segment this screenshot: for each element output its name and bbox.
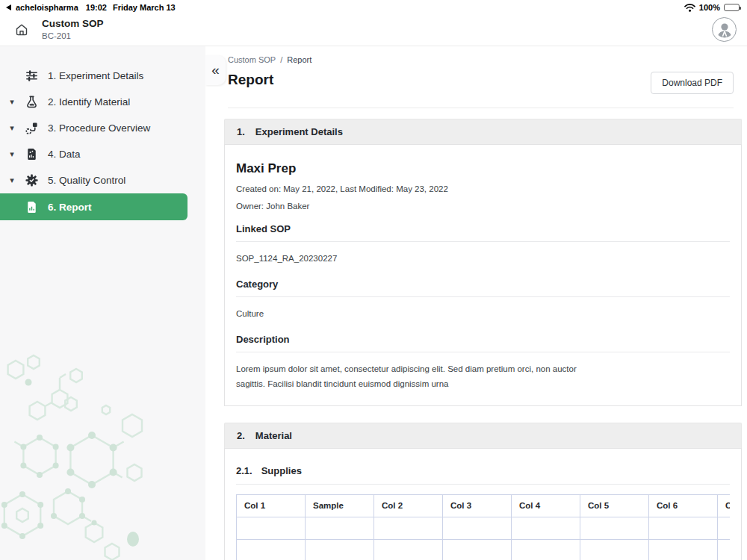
main-content: « Custom SOP / Report Report Download PD… [205,46,747,560]
home-button[interactable] [12,20,31,40]
chevron-down-icon[interactable]: ▾ [10,98,14,106]
chevron-down-icon[interactable]: ▾ [10,124,14,132]
app-header: Custom SOP BC-201 [0,13,747,46]
column-header: Col 2 [374,494,443,517]
app-subtitle: BC-201 [42,31,104,41]
subsection-number: 2.1. [236,465,252,476]
gear-check-icon [24,173,39,188]
sidebar-item-procedure-overview[interactable]: ▾ 3. Procedure Overview [0,115,205,141]
sidebar-item-experiment-details[interactable]: 1. Experiment Details [0,63,205,89]
sidebar-item-label: 1. Experiment Details [48,70,143,81]
flask-icon [24,95,39,110]
sidebar-item-identify-material[interactable]: ▾ 2. Identify Material [0,89,205,115]
page-title: Report [228,72,273,88]
owner-line: Owner: John Baker [236,202,730,211]
column-header: Col 7 [718,494,731,517]
section2-title: Material [255,430,292,441]
sliders-icon [24,69,39,84]
field-value-linked-sop: SOP_1124_RA_20230227 [236,251,730,266]
column-header: Col 6 [649,494,718,517]
section2-number: 2. [237,430,245,441]
column-header: Col 4 [512,494,580,517]
subsection-supplies: 2.1. Supplies [236,465,730,485]
table-header-row: Col 1 Sample Col 2 Col 3 Col 4 Col 5 Col… [237,494,731,517]
section-experiment-details: 1. Experiment Details Maxi Prep Created … [224,119,742,406]
back-to-app-icon[interactable] [6,4,11,10]
sidebar-item-report[interactable]: 6. Report [0,193,187,220]
battery-percent-label: 100% [699,3,720,12]
table-row[interactable] [237,539,731,560]
sidebar-item-label: 4. Data [48,149,81,160]
status-time: 19:02 [86,3,107,12]
data-document-icon [24,147,39,162]
sidebar-item-quality-control[interactable]: ▾ 5. Quality [0,167,205,193]
field-label-linked-sop: Linked SOP [236,223,730,242]
created-modified-line: Created on: May 21, 2022, Last Modified:… [236,184,730,193]
column-header: Col 5 [580,494,649,517]
status-date: Friday March 13 [113,3,176,12]
table-row[interactable] [237,517,731,539]
sidebar: 1. Experiment Details ▾ 2. Identify Mate… [0,46,205,560]
supplies-table: Col 1 Sample Col 2 Col 3 Col 4 Col 5 Col… [236,494,730,560]
chevron-down-icon[interactable]: ▾ [10,176,14,184]
sidebar-item-label: 6. Report [48,202,92,213]
report-document-icon [24,199,39,214]
breadcrumb-current: Report [287,55,311,64]
sidebar-collapse-button[interactable]: « [205,55,226,85]
field-value-description: Lorem ipsum dolor sit amet, consectetur … [236,361,730,391]
breadcrumb-separator: / [280,55,282,64]
status-bar: acheloispharma 19:02 Friday March 13 100… [0,0,747,13]
column-header: Col 1 [237,494,306,517]
field-label-category: Category [236,279,730,297]
field-label-description: Description [236,334,730,352]
section2-header: 2. Material [224,423,742,448]
subsection-title: Supplies [261,465,302,476]
title-divider [228,108,734,108]
section-material: 2. Material 2.1. Supplies Col 1 Sample C… [224,423,742,560]
wifi-icon [684,4,695,12]
user-avatar[interactable] [712,17,737,42]
field-value-category: Culture [236,306,730,321]
hexagon-molecule-decoration [0,276,205,560]
status-back-app-label[interactable]: acheloispharma [16,3,78,12]
sidebar-item-label: 5. Quality Control [48,175,125,186]
download-pdf-button[interactable]: Download PDF [651,72,734,94]
supplies-table-container[interactable]: Col 1 Sample Col 2 Col 3 Col 4 Col 5 Col… [236,494,730,560]
person-icon [713,19,736,41]
collapse-chevrons-icon: « [211,63,220,77]
section1-number: 1. [237,126,245,137]
battery-icon [724,4,740,11]
experiment-name: Maxi Prep [236,161,730,176]
sidebar-item-label: 2. Identify Material [48,96,130,108]
sidebar-item-label: 3. Procedure Overview [48,122,150,134]
section1-title: Experiment Details [255,126,343,137]
sidebar-item-data[interactable]: ▾ 4. Data [0,141,205,167]
app-title: Custom SOP [42,18,104,31]
column-header: Col 3 [443,494,512,517]
home-icon [14,22,29,37]
breadcrumb-parent[interactable]: Custom SOP [228,55,276,64]
column-header: Sample [306,494,374,517]
section1-header: 1. Experiment Details [224,119,742,144]
workflow-icon [24,121,39,136]
chevron-down-icon[interactable]: ▾ [10,150,14,158]
breadcrumb: Custom SOP / Report [228,55,734,64]
